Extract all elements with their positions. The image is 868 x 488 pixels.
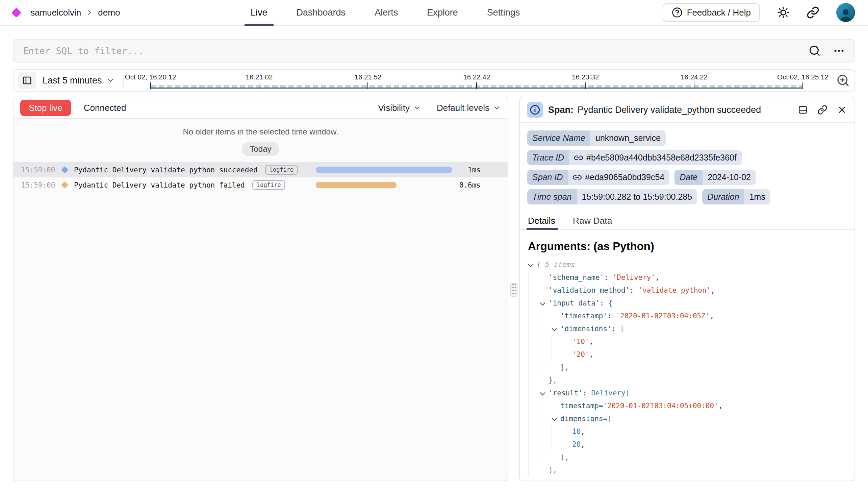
timeline-tick-label: 16:21:52 [354, 73, 381, 81]
tree-toggle[interactable] [552, 322, 560, 335]
scope-badge[interactable]: logfire [252, 180, 285, 190]
attribute-value-text: unknown_service [595, 133, 661, 143]
logfire-diamond-icon [11, 7, 22, 18]
code-line: { 5 items [528, 258, 846, 271]
stop-live-button[interactable]: Stop live [20, 100, 71, 116]
detail-tab-details[interactable]: Details [528, 213, 555, 229]
indent-guide [528, 310, 540, 322]
code-token: '2020-01-02T03:04:05+00:00' [603, 399, 718, 412]
attribute-pill-trace-id: Trace ID #b4e5809a440dbb3458e68d2335fe36… [527, 150, 742, 165]
duration-label: 1ms [468, 166, 481, 174]
nav-tab-live[interactable]: Live [251, 0, 267, 25]
panel-resize-handle[interactable] [510, 283, 517, 297]
indent-guide [540, 310, 552, 322]
share-link-button[interactable] [807, 6, 819, 19]
theme-toggle-button[interactable] [777, 6, 790, 19]
code-token: [ [620, 322, 624, 335]
span-marker-icon [61, 166, 68, 173]
code-token: ), [548, 464, 557, 477]
dock-panel-icon[interactable] [798, 105, 808, 115]
timeline-tick-mark [476, 82, 477, 89]
indent-guide [540, 425, 552, 438]
timeline-tick-mark [585, 82, 586, 89]
code-token: , [710, 310, 714, 322]
chevron-down-icon [106, 76, 115, 85]
indent-guide [552, 438, 563, 451]
live-panel-header: Stop live Connected Visibility Default l… [14, 97, 508, 119]
tree-toggle[interactable] [540, 297, 548, 310]
nav-tab-alerts[interactable]: Alerts [375, 0, 398, 25]
nav-tab-settings[interactable]: Settings [487, 0, 520, 25]
attribute-label: Date [674, 170, 703, 185]
log-row[interactable]: 15:59:00Pydantic Delivery validate_pytho… [14, 177, 508, 193]
code-token: dimensions= [560, 412, 607, 425]
live-panel: Stop live Connected Visibility Default l… [13, 97, 508, 481]
visibility-dropdown[interactable]: Visibility [378, 103, 421, 113]
indent-guide [540, 412, 552, 425]
attribute-value: 15:59:00.282 to 15:59:00.285 [577, 189, 697, 204]
sql-filter-input[interactable] [23, 46, 809, 56]
log-row[interactable]: 15:59:00Pydantic Delivery validate_pytho… [14, 162, 508, 177]
logfire-logo[interactable] [13, 9, 24, 16]
attribute-value[interactable]: #b4e5809a440dbb3458e68d2335fe360f [569, 150, 742, 165]
attribute-pill-time-span: Time span15:59:00.282 to 15:59:00.285 [527, 189, 697, 204]
duration-label: 0.6ms [459, 181, 481, 189]
scope-badge[interactable]: logfire [265, 165, 298, 175]
log-timestamp: 15:59:00 [21, 181, 61, 189]
tree-toggle[interactable] [540, 387, 548, 399]
search-icon [809, 45, 821, 57]
timeline-zoom-button[interactable] [836, 74, 850, 87]
attribute-pill-service-name: Service Nameunknown_service [527, 130, 666, 146]
person-icon [838, 6, 854, 22]
nav-tab-dashboards[interactable]: Dashboards [297, 0, 346, 25]
nav-tab-explore[interactable]: Explore [427, 0, 458, 25]
code-line: 20, [528, 438, 846, 451]
code-token: , [589, 348, 594, 361]
indent-guide [528, 335, 540, 348]
tree-toggle-spacer [563, 438, 572, 451]
code-token: Delivery( [591, 387, 630, 399]
code-line: 'dimensions': [ [528, 322, 846, 335]
tree-toggle[interactable] [528, 258, 537, 271]
avatar[interactable] [836, 3, 855, 22]
sidebar-toggle-button[interactable] [18, 72, 36, 89]
filter-more-button[interactable] [833, 45, 845, 57]
indent-guide [540, 335, 552, 348]
day-separator-badge: Today [242, 142, 279, 156]
attribute-value[interactable]: #eda9065a0bd39c54 [568, 170, 669, 185]
empty-window-notice: No older items in the selected time wind… [14, 127, 508, 137]
search-button[interactable] [809, 45, 821, 57]
indent-guide [528, 271, 540, 284]
ellipsis-icon [833, 45, 845, 57]
code-token: , [718, 399, 723, 412]
code-token: , [711, 284, 715, 297]
code-token: 5 items [541, 258, 575, 271]
code-token: : [612, 322, 620, 335]
code-token: ( [607, 412, 612, 425]
tree-toggle-spacer [563, 425, 572, 438]
timeline-tick-label: Oct 02, 16:20:12 [125, 73, 176, 81]
code-line: dimensions=( [528, 412, 846, 425]
code-token: { [537, 258, 541, 271]
indent-guide [552, 348, 563, 361]
default-levels-dropdown[interactable]: Default levels [437, 103, 501, 113]
timeline-track[interactable]: Oct 02, 16:20:1216:21:0216:21:5216:22:42… [151, 70, 803, 91]
tree-toggle[interactable] [552, 412, 560, 425]
indent-guide [528, 438, 540, 451]
code-token: , [581, 425, 585, 438]
breadcrumb-project[interactable]: demo [98, 7, 120, 18]
code-token: 'validation_method' [548, 284, 630, 297]
close-icon[interactable] [837, 105, 847, 115]
code-line: }, [528, 374, 846, 387]
feedback-help-button[interactable]: Feedback / Help [663, 3, 760, 22]
breadcrumb-org[interactable]: samuelcolvin [30, 7, 81, 18]
attribute-value: unknown_service [590, 130, 666, 146]
copy-link-icon[interactable] [817, 105, 827, 115]
chain-link-icon [807, 6, 819, 19]
zoom-in-icon [836, 74, 850, 87]
detail-tab-raw-data[interactable]: Raw Data [573, 213, 612, 229]
code-token: ), [560, 451, 569, 464]
code-token: 'dimensions' [560, 322, 612, 335]
time-range-dropdown[interactable]: Last 5 minutes [43, 75, 115, 86]
log-timestamp: 15:59:00 [21, 166, 61, 174]
